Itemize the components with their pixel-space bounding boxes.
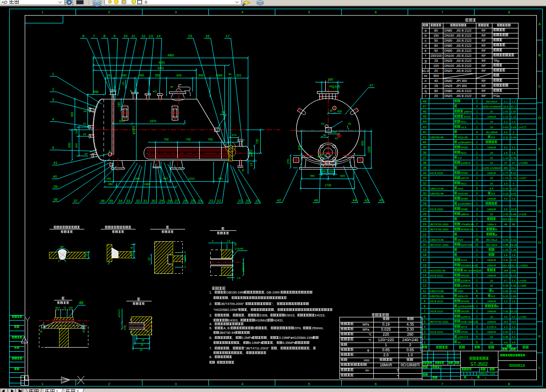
svg-text:φ25x2.5: φ25x2.5	[118, 309, 120, 317]
svg-text:0.235-A: 0.235-A	[487, 326, 497, 328]
svg-text:20: 20	[490, 126, 493, 129]
svg-text:DN150: DN150	[461, 300, 470, 303]
svg-text:38: 38	[423, 151, 426, 154]
svg-text:4.6: 4.6	[512, 316, 516, 318]
svg-text:M: M	[495, 234, 497, 236]
svg-text:840: 840	[310, 174, 315, 177]
svg-text:2.77: 2.77	[503, 172, 508, 174]
svg-text:PGa: PGa	[493, 94, 500, 98]
svg-text:50: 50	[434, 39, 438, 42]
svg-text:3: 3	[476, 207, 478, 211]
svg-text:100: 100	[75, 129, 78, 134]
svg-text:JIS B 2212: JIS B 2212	[430, 310, 443, 313]
svg-text:16Mn II: 16Mn II	[487, 223, 496, 226]
svg-text:47: 47	[370, 83, 374, 87]
svg-text:1.1: 1.1	[504, 100, 508, 103]
svg-text:4: 4	[476, 136, 478, 139]
svg-text:3: 3	[58, 260, 60, 262]
svg-text:0.11: 0.11	[503, 136, 508, 139]
svg-text:A: A	[538, 22, 541, 26]
svg-text:6: 6	[82, 34, 85, 38]
svg-text:φ: φ	[367, 348, 369, 352]
svg-text:5.: 5.	[209, 326, 212, 330]
svg-text:5: 5	[424, 320, 426, 323]
svg-text:φ1800: φ1800	[132, 125, 136, 134]
svg-text:2.53: 2.53	[503, 213, 508, 216]
svg-text:DN25: DN25	[464, 115, 471, 118]
svg-text:14: 14	[423, 274, 426, 277]
svg-text:φ159×6: φ159×6	[461, 316, 470, 318]
svg-text:k1-4: k1-4	[422, 69, 429, 73]
svg-text:2: 2	[52, 87, 55, 92]
svg-text:18: 18	[221, 111, 225, 114]
svg-text:1.6: 1.6	[504, 254, 508, 256]
svg-text:32: 32	[423, 182, 426, 185]
svg-text:16MnR: 16MnR	[487, 115, 497, 118]
svg-text:7: 7	[93, 34, 95, 38]
svg-text:"JB/T4711-2003": "JB/T4711-2003"	[245, 346, 269, 350]
svg-text:4.6: 4.6	[504, 197, 508, 200]
svg-text:22: 22	[140, 348, 142, 351]
svg-text:4: 4	[476, 192, 478, 195]
svg-text:L=100: L=100	[519, 213, 527, 216]
svg-text:1.2: 1.2	[512, 300, 516, 303]
svg-text:1: 1	[424, 341, 426, 344]
svg-text:180: 180	[117, 102, 120, 107]
svg-text:0.63: 0.63	[503, 126, 508, 129]
svg-text:16: 16	[423, 264, 426, 267]
svg-text:K: K	[538, 334, 541, 338]
svg-text:3.: 3.	[209, 313, 212, 317]
svg-text:JIS B 2122: JIS B 2122	[456, 94, 471, 98]
svg-text:20: 20	[490, 279, 493, 282]
svg-text:ki: ki	[330, 109, 333, 112]
svg-text:1: 1	[476, 253, 478, 256]
svg-text:1: 1	[56, 389, 58, 392]
svg-text:b: b	[130, 89, 132, 93]
svg-text:DN100: DN100	[444, 64, 454, 67]
svg-text:900: 900	[71, 112, 74, 117]
svg-text:4: 4	[424, 325, 426, 328]
svg-text:4.35MPa: 4.35MPa	[283, 341, 296, 345]
svg-text:20: 20	[246, 199, 250, 203]
svg-text:1: 1	[471, 376, 472, 379]
svg-text:31: 31	[423, 187, 426, 190]
svg-text:1.25: 1.25	[503, 249, 508, 251]
svg-text:7.: 7.	[209, 346, 212, 350]
svg-text:2: 2	[476, 166, 478, 169]
svg-text:1: 1	[476, 269, 478, 272]
svg-text:10: 10	[124, 34, 128, 38]
svg-text:73: 73	[63, 306, 66, 309]
svg-text:6: 6	[184, 251, 186, 254]
svg-text:12: 12	[142, 34, 146, 38]
svg-text:M20×70: M20×70	[458, 295, 469, 298]
svg-text:35: 35	[423, 166, 426, 169]
svg-text:150: 150	[106, 177, 111, 180]
svg-text:4: 4	[476, 325, 478, 328]
svg-text:4.: 4.	[209, 322, 212, 326]
svg-text:4291: 4291	[158, 61, 165, 64]
svg-text:5: 5	[476, 335, 478, 338]
svg-text:38: 38	[54, 197, 58, 201]
svg-text:φ198×6: φ198×6	[461, 162, 470, 164]
svg-text:,: ,	[310, 346, 311, 350]
svg-text:36: 36	[423, 161, 426, 164]
svg-text:37: 37	[74, 199, 78, 203]
svg-text:M-: M-	[458, 341, 461, 344]
svg-text:45: 45	[379, 198, 383, 202]
svg-text:5.55: 5.55	[511, 284, 516, 287]
svg-text:9: 9	[114, 34, 116, 38]
svg-text:,: ,	[240, 341, 240, 345]
svg-text:M: M	[497, 305, 499, 308]
svg-text:2: 2	[476, 310, 478, 313]
svg-text:φ180/φ66×3: φ180/φ66×3	[458, 141, 474, 144]
svg-text:1.13: 1.13	[511, 177, 516, 180]
svg-text:k2: k2	[83, 133, 87, 136]
svg-text:16MnR: 16MnR	[487, 197, 497, 200]
svg-text:n: n	[243, 138, 245, 141]
svg-text:RF-SH(M)-QB: RF-SH(M)-QB	[464, 269, 481, 272]
svg-text:JIS B 2202: JIS B 2202	[430, 208, 443, 211]
svg-text:98: 98	[512, 223, 515, 226]
svg-text:φ25×3.5: φ25×3.5	[458, 336, 469, 338]
svg-text:B569616: B569616	[509, 363, 525, 368]
svg-text:1: 1	[476, 228, 478, 231]
